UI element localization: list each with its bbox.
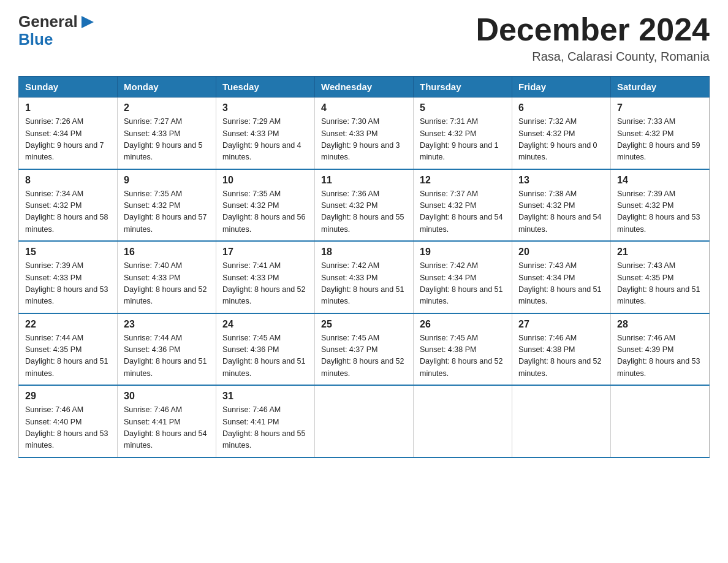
- header-saturday: Saturday: [611, 77, 710, 98]
- day-info: Sunrise: 7:43 AM Sunset: 4:34 PM Dayligh…: [518, 260, 604, 308]
- calendar-week-3: 15 Sunrise: 7:39 AM Sunset: 4:33 PM Dayl…: [19, 241, 710, 313]
- day-info: Sunrise: 7:26 AM Sunset: 4:34 PM Dayligh…: [25, 116, 111, 164]
- day-number: 15: [25, 247, 111, 258]
- calendar-cell: 29 Sunrise: 7:46 AM Sunset: 4:40 PM Dayl…: [19, 385, 118, 458]
- calendar-week-1: 1 Sunrise: 7:26 AM Sunset: 4:34 PM Dayli…: [19, 98, 710, 169]
- title-block: December 2024 Rasa, Calarasi County, Rom…: [476, 12, 710, 64]
- day-info: Sunrise: 7:46 AM Sunset: 4:41 PM Dayligh…: [124, 404, 210, 452]
- day-number: 12: [420, 175, 506, 186]
- header-friday: Friday: [512, 77, 611, 98]
- calendar-cell: 2 Sunrise: 7:27 AM Sunset: 4:33 PM Dayli…: [118, 98, 216, 169]
- day-info: Sunrise: 7:30 AM Sunset: 4:33 PM Dayligh…: [321, 116, 407, 164]
- day-info: Sunrise: 7:29 AM Sunset: 4:33 PM Dayligh…: [222, 116, 308, 164]
- calendar-cell: 10 Sunrise: 7:35 AM Sunset: 4:32 PM Dayl…: [216, 169, 315, 242]
- calendar-cell: 15 Sunrise: 7:39 AM Sunset: 4:33 PM Dayl…: [19, 241, 118, 313]
- day-number: 22: [25, 319, 111, 330]
- day-number: 8: [25, 175, 111, 186]
- calendar-cell: 9 Sunrise: 7:35 AM Sunset: 4:32 PM Dayli…: [118, 169, 216, 242]
- calendar-cell: 24 Sunrise: 7:45 AM Sunset: 4:36 PM Dayl…: [216, 313, 315, 386]
- day-number: 24: [222, 319, 308, 330]
- day-number: 1: [25, 102, 111, 113]
- day-info: Sunrise: 7:37 AM Sunset: 4:32 PM Dayligh…: [420, 188, 506, 236]
- day-number: 21: [617, 247, 703, 258]
- calendar-week-2: 8 Sunrise: 7:34 AM Sunset: 4:32 PM Dayli…: [19, 169, 710, 242]
- day-info: Sunrise: 7:39 AM Sunset: 4:32 PM Dayligh…: [617, 188, 703, 236]
- day-number: 23: [124, 319, 210, 330]
- calendar-week-4: 22 Sunrise: 7:44 AM Sunset: 4:35 PM Dayl…: [19, 313, 710, 386]
- day-info: Sunrise: 7:39 AM Sunset: 4:33 PM Dayligh…: [25, 260, 111, 308]
- day-number: 26: [420, 319, 506, 330]
- day-number: 4: [321, 102, 407, 113]
- calendar-cell: 12 Sunrise: 7:37 AM Sunset: 4:32 PM Dayl…: [414, 169, 512, 242]
- logo-general: General: [18, 12, 78, 31]
- day-info: Sunrise: 7:46 AM Sunset: 4:38 PM Dayligh…: [518, 332, 604, 380]
- day-info: Sunrise: 7:35 AM Sunset: 4:32 PM Dayligh…: [222, 188, 308, 236]
- day-info: Sunrise: 7:40 AM Sunset: 4:33 PM Dayligh…: [124, 260, 210, 308]
- calendar-cell: 11 Sunrise: 7:36 AM Sunset: 4:32 PM Dayl…: [315, 169, 414, 242]
- day-info: Sunrise: 7:34 AM Sunset: 4:32 PM Dayligh…: [25, 188, 111, 236]
- day-number: 18: [321, 247, 407, 258]
- day-number: 31: [222, 391, 308, 402]
- day-info: Sunrise: 7:27 AM Sunset: 4:33 PM Dayligh…: [124, 116, 210, 164]
- day-info: Sunrise: 7:36 AM Sunset: 4:32 PM Dayligh…: [321, 188, 407, 236]
- header-thursday: Thursday: [414, 77, 512, 98]
- day-number: 17: [222, 247, 308, 258]
- calendar-cell: 25 Sunrise: 7:45 AM Sunset: 4:37 PM Dayl…: [315, 313, 414, 386]
- calendar-cell: 23 Sunrise: 7:44 AM Sunset: 4:36 PM Dayl…: [118, 313, 216, 386]
- calendar-cell: 13 Sunrise: 7:38 AM Sunset: 4:32 PM Dayl…: [512, 169, 611, 242]
- page-header: General Blue December 2024 Rasa, Calaras…: [18, 12, 710, 64]
- day-number: 30: [124, 391, 210, 402]
- calendar-cell: 26 Sunrise: 7:45 AM Sunset: 4:38 PM Dayl…: [414, 313, 512, 386]
- day-info: Sunrise: 7:42 AM Sunset: 4:33 PM Dayligh…: [321, 260, 407, 308]
- day-info: Sunrise: 7:46 AM Sunset: 4:39 PM Dayligh…: [617, 332, 703, 380]
- calendar-cell: 14 Sunrise: 7:39 AM Sunset: 4:32 PM Dayl…: [611, 169, 710, 242]
- day-number: 27: [518, 319, 604, 330]
- day-number: 16: [124, 247, 210, 258]
- day-number: 3: [222, 102, 308, 113]
- svg-marker-0: [82, 16, 94, 28]
- calendar-cell: 8 Sunrise: 7:34 AM Sunset: 4:32 PM Dayli…: [19, 169, 118, 242]
- location: Rasa, Calarasi County, Romania: [476, 50, 710, 64]
- day-number: 29: [25, 391, 111, 402]
- day-info: Sunrise: 7:35 AM Sunset: 4:32 PM Dayligh…: [124, 188, 210, 236]
- calendar-cell: 5 Sunrise: 7:31 AM Sunset: 4:32 PM Dayli…: [414, 98, 512, 169]
- header-sunday: Sunday: [19, 77, 118, 98]
- day-number: 5: [420, 102, 506, 113]
- day-number: 20: [518, 247, 604, 258]
- day-number: 6: [518, 102, 604, 113]
- day-info: Sunrise: 7:32 AM Sunset: 4:32 PM Dayligh…: [518, 116, 604, 164]
- day-info: Sunrise: 7:31 AM Sunset: 4:32 PM Dayligh…: [420, 116, 506, 164]
- day-info: Sunrise: 7:45 AM Sunset: 4:37 PM Dayligh…: [321, 332, 407, 380]
- calendar-cell: 4 Sunrise: 7:30 AM Sunset: 4:33 PM Dayli…: [315, 98, 414, 169]
- logo-blue: Blue: [18, 30, 96, 49]
- day-info: Sunrise: 7:44 AM Sunset: 4:35 PM Dayligh…: [25, 332, 111, 380]
- header-tuesday: Tuesday: [216, 77, 315, 98]
- day-number: 11: [321, 175, 407, 186]
- calendar-cell: [512, 385, 611, 458]
- calendar-cell: 3 Sunrise: 7:29 AM Sunset: 4:33 PM Dayli…: [216, 98, 315, 169]
- day-number: 14: [617, 175, 703, 186]
- calendar-table: Sunday Monday Tuesday Wednesday Thursday…: [18, 76, 710, 458]
- day-info: Sunrise: 7:46 AM Sunset: 4:40 PM Dayligh…: [25, 404, 111, 452]
- header-wednesday: Wednesday: [315, 77, 414, 98]
- calendar-week-5: 29 Sunrise: 7:46 AM Sunset: 4:40 PM Dayl…: [19, 385, 710, 458]
- day-number: 25: [321, 319, 407, 330]
- day-number: 28: [617, 319, 703, 330]
- calendar-cell: 28 Sunrise: 7:46 AM Sunset: 4:39 PM Dayl…: [611, 313, 710, 386]
- day-number: 7: [617, 102, 703, 113]
- day-info: Sunrise: 7:43 AM Sunset: 4:35 PM Dayligh…: [617, 260, 703, 308]
- day-number: 13: [518, 175, 604, 186]
- calendar-cell: 7 Sunrise: 7:33 AM Sunset: 4:32 PM Dayli…: [611, 98, 710, 169]
- calendar-cell: [315, 385, 414, 458]
- logo-arrow-icon: [79, 13, 96, 31]
- calendar-cell: 16 Sunrise: 7:40 AM Sunset: 4:33 PM Dayl…: [118, 241, 216, 313]
- day-number: 19: [420, 247, 506, 258]
- day-number: 2: [124, 102, 210, 113]
- day-number: 10: [222, 175, 308, 186]
- day-info: Sunrise: 7:38 AM Sunset: 4:32 PM Dayligh…: [518, 188, 604, 236]
- header-monday: Monday: [118, 77, 216, 98]
- day-info: Sunrise: 7:41 AM Sunset: 4:33 PM Dayligh…: [222, 260, 308, 308]
- calendar-cell: 1 Sunrise: 7:26 AM Sunset: 4:34 PM Dayli…: [19, 98, 118, 169]
- day-info: Sunrise: 7:42 AM Sunset: 4:34 PM Dayligh…: [420, 260, 506, 308]
- day-info: Sunrise: 7:45 AM Sunset: 4:38 PM Dayligh…: [420, 332, 506, 380]
